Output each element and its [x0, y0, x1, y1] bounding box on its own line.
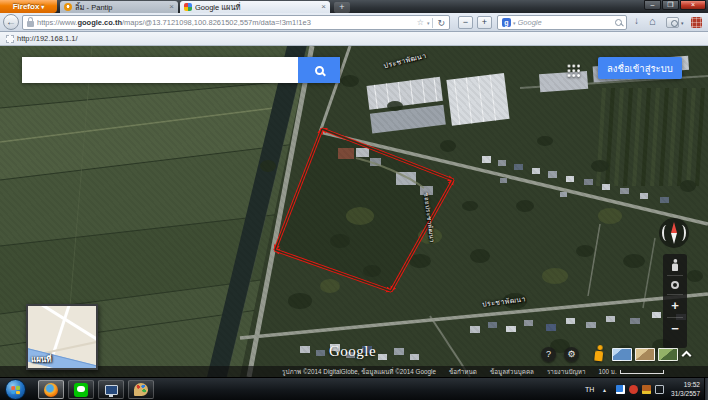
- addon-grid-icon[interactable]: [691, 17, 702, 28]
- google-logo: Google: [329, 343, 376, 360]
- close-button[interactable]: ×: [680, 0, 706, 10]
- paint-icon: [134, 383, 148, 396]
- firefox-icon: [44, 383, 58, 397]
- tab-google-maps[interactable]: Google แผนที่ ×: [180, 1, 330, 13]
- tray-icon[interactable]: [642, 385, 651, 394]
- tray-icon[interactable]: [616, 385, 625, 394]
- navigation-toolbar: ← https://www.google.co.th/maps/@13.7121…: [0, 13, 708, 32]
- url-bar[interactable]: https://www.google.co.th/maps/@13.712109…: [22, 15, 450, 30]
- tab-close-icon[interactable]: ×: [169, 3, 174, 11]
- search-input[interactable]: [518, 18, 613, 27]
- divider: [667, 317, 683, 318]
- tab-close-icon[interactable]: ×: [321, 3, 326, 11]
- pegman-icon[interactable]: [591, 344, 607, 362]
- map-viewport[interactable]: ประชาพัฒนา ประชาพัฒนา ซอยประชาพัฒนา ลงชื…: [0, 46, 708, 377]
- maps-search-input[interactable]: [22, 57, 298, 83]
- firefox-menu-label: Firefox: [13, 2, 40, 11]
- compass-control[interactable]: [659, 218, 689, 248]
- pegman-head: [597, 345, 602, 350]
- google-maps-favicon: [184, 3, 192, 11]
- default-favicon: [6, 35, 14, 43]
- screenshot-addon-icon[interactable]: [666, 17, 679, 28]
- tab-pantip[interactable]: ลิ้ม - Pantip ×: [60, 1, 178, 13]
- bookmarks-bar: http://192.168.1.1/: [0, 32, 708, 46]
- home-icon[interactable]: ⌂: [649, 15, 656, 27]
- screenshot-dropdown-icon[interactable]: ▾: [681, 20, 684, 26]
- privacy-link[interactable]: ข้อมูลส่วนบุคคล: [490, 367, 534, 377]
- pegman-body: [594, 351, 603, 362]
- terms-link[interactable]: ข้อกำหนด: [449, 367, 477, 377]
- show-desktop-button[interactable]: [704, 378, 708, 400]
- sign-in-button[interactable]: ลงชื่อเข้าสู่ระบบ: [598, 57, 682, 79]
- url-text: https://www.google.co.th/maps/@13.712109…: [37, 18, 414, 27]
- scale-bar: [620, 370, 664, 374]
- clock-date: 31/3/2557: [671, 390, 700, 399]
- firefox-menu-button[interactable]: Firefox ▾: [0, 0, 57, 13]
- taskbar: TH ▴ 19:52 31/3/2557: [0, 377, 708, 400]
- back-button[interactable]: ←: [3, 14, 19, 30]
- minimize-button[interactable]: –: [644, 0, 661, 10]
- street-view-pegman-icon[interactable]: [670, 259, 681, 271]
- browser-search-bar[interactable]: g ▾: [497, 15, 627, 30]
- compass-needle: [671, 222, 677, 244]
- windows-logo-icon: [11, 385, 20, 393]
- settings-gear-button[interactable]: ⚙: [564, 347, 579, 362]
- taskbar-line-button[interactable]: [68, 380, 94, 399]
- tray-monitor-icon[interactable]: [655, 385, 664, 394]
- browser-titlebar: Firefox ▾ ลิ้ม - Pantip × Google แผนที่ …: [0, 0, 708, 13]
- help-button[interactable]: ?: [541, 347, 556, 362]
- apps-grid-icon[interactable]: [566, 63, 580, 77]
- restore-button[interactable]: ❐: [662, 0, 679, 10]
- divider: [667, 294, 683, 295]
- minimap-label: แผนที่: [31, 353, 52, 366]
- taskbar-firefox-button[interactable]: [38, 380, 64, 399]
- map-footer-bar: รูปภาพ ©2014 DigitalGlobe, ข้อมูลแผนที่ …: [0, 366, 708, 377]
- taskbar-paint-button[interactable]: [128, 380, 154, 399]
- tray-expand-icon[interactable]: ▴: [603, 386, 606, 393]
- scale-control: 100 ม.: [599, 367, 664, 377]
- url-dropdown-icon[interactable]: ▾: [427, 20, 430, 26]
- downloads-icon[interactable]: ↓: [634, 15, 639, 26]
- tray-icon[interactable]: [629, 385, 638, 394]
- caret-down-icon: ▾: [41, 3, 44, 10]
- imagery-thumbnail[interactable]: [635, 348, 655, 361]
- bookmark-item[interactable]: http://192.168.1.1/: [6, 34, 77, 43]
- line-app-icon: [74, 383, 88, 397]
- map-zoom-in-button[interactable]: +: [663, 297, 687, 315]
- window-controls: – ❐ ×: [644, 0, 706, 10]
- search-engine-icon[interactable]: g: [502, 18, 511, 27]
- computer-icon: [105, 385, 118, 395]
- lock-icon: [27, 21, 34, 27]
- search-icon: [315, 66, 324, 75]
- imagery-thumbnail[interactable]: [658, 348, 678, 361]
- imagery-thumbnail[interactable]: [612, 348, 632, 361]
- engine-dropdown-icon[interactable]: ▾: [513, 20, 516, 26]
- bookmark-label: http://192.168.1.1/: [17, 34, 77, 43]
- divider: [667, 275, 683, 276]
- minimap-inset[interactable]: แผนที่: [26, 304, 98, 370]
- zoom-out-button[interactable]: −: [458, 16, 473, 29]
- start-button[interactable]: [5, 379, 26, 400]
- my-location-icon[interactable]: [671, 281, 679, 289]
- satellite-imagery: [0, 46, 708, 377]
- language-indicator[interactable]: TH: [585, 386, 594, 393]
- zoom-in-button[interactable]: +: [477, 16, 492, 29]
- scale-label: 100 ม.: [599, 367, 617, 377]
- map-zoom-out-button[interactable]: −: [663, 320, 687, 338]
- reload-button[interactable]: ↻: [432, 18, 445, 28]
- maps-search-button[interactable]: [298, 57, 340, 83]
- clock-time: 19:52: [671, 381, 700, 390]
- search-icon[interactable]: [615, 19, 622, 26]
- maps-search-box[interactable]: [22, 57, 340, 83]
- tab-title: ลิ้ม - Pantip: [75, 1, 166, 13]
- screen: Firefox ▾ ลิ้ม - Pantip × Google แผนที่ …: [0, 0, 708, 400]
- taskbar-clock[interactable]: 19:52 31/3/2557: [671, 381, 700, 398]
- tab-title: Google แผนที่: [195, 1, 318, 13]
- new-tab-button[interactable]: +: [334, 2, 350, 13]
- attribution-text: รูปภาพ ©2014 DigitalGlobe, ข้อมูลแผนที่ …: [282, 367, 436, 377]
- bookmark-star-icon[interactable]: ☆: [417, 18, 424, 27]
- pantip-favicon: [64, 3, 72, 11]
- map-controls-panel: + −: [663, 254, 687, 348]
- taskbar-computer-button[interactable]: [98, 380, 124, 399]
- report-problem-link[interactable]: รายงานปัญหา: [547, 367, 586, 377]
